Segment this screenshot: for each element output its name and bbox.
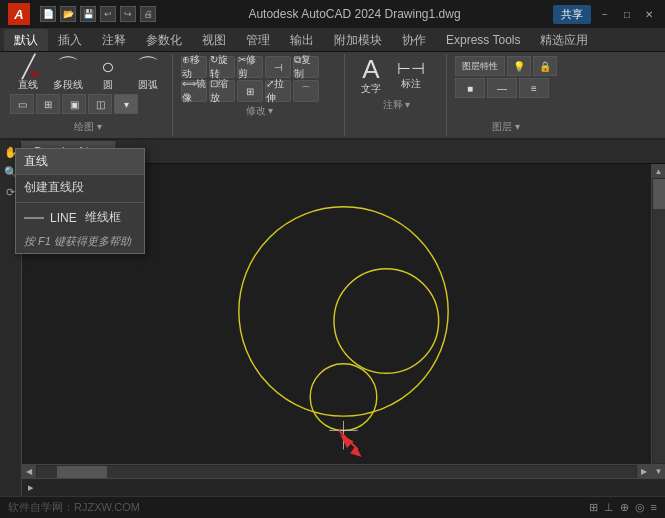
minimize-button[interactable]: − bbox=[597, 6, 613, 22]
app-icon: A bbox=[8, 3, 30, 25]
tab-default[interactable]: 默认 bbox=[4, 29, 48, 51]
layers-group: 图层特性 💡 🔒 ■ — ≡ 图层 ▾ bbox=[449, 54, 563, 136]
redo-btn[interactable]: ↪ bbox=[120, 6, 136, 22]
layer-icon2[interactable]: 🔒 bbox=[533, 56, 557, 76]
command-area[interactable]: ▸ bbox=[22, 478, 665, 496]
trim-tool[interactable]: ✂修剪 bbox=[237, 56, 263, 78]
watermark-text: 软件自学网：RJZXW.COM bbox=[8, 500, 140, 515]
print-btn[interactable]: 🖨 bbox=[140, 6, 156, 22]
modify-tools-grid: ⊕移动 ↻旋转 ✂修剪 ⊣ ⧉复制 ⟺镜像 ⊡缩放 ⊞ ⤢拉伸 ⌒ bbox=[181, 56, 338, 102]
app-title: Autodesk AutoCAD 2024 Drawing1.dwg bbox=[248, 7, 460, 21]
layers-tools: 图层特性 💡 🔒 ■ — ≡ bbox=[455, 56, 557, 112]
region-tool[interactable]: ◫ bbox=[88, 94, 112, 114]
tab-insert[interactable]: 插入 bbox=[48, 29, 92, 51]
status-tools: ⊞ ⊥ ⊕ ◎ ≡ bbox=[589, 501, 657, 514]
horizontal-scrollbar[interactable]: ◀ ▶ bbox=[22, 464, 651, 478]
polyline-tool-btn[interactable]: ⌒ 多段线 bbox=[50, 56, 86, 92]
annotation-group: A 文字 ⊢⊣ 标注 注释 ▾ bbox=[347, 54, 447, 136]
osnap-toggle[interactable]: ◎ bbox=[635, 501, 645, 514]
tooltip-header: 直线 bbox=[16, 149, 144, 175]
tab-output[interactable]: 输出 bbox=[280, 29, 324, 51]
arc-icon: ⌒ bbox=[137, 56, 159, 78]
tooltip-item-line[interactable]: LINE 维线框 bbox=[16, 205, 144, 230]
dimension-tool-btn[interactable]: ⊢⊣ 标注 bbox=[393, 56, 429, 96]
polar-toggle[interactable]: ⊕ bbox=[620, 501, 629, 514]
arc-tool-btn[interactable]: ⌒ 圆弧 bbox=[130, 56, 166, 92]
text-tool-btn[interactable]: A 文字 bbox=[353, 56, 389, 96]
snap-toggle[interactable]: ⊞ bbox=[589, 501, 598, 514]
dimension-label: 标注 bbox=[401, 77, 421, 91]
layer-lineweight[interactable]: ≡ bbox=[519, 78, 549, 98]
annotation-group-label: 注释 ▾ bbox=[353, 98, 440, 112]
layer-color[interactable]: ■ bbox=[455, 78, 485, 98]
copy-tool[interactable]: ⧉复制 bbox=[293, 56, 319, 78]
layers-row2: ■ — ≡ bbox=[455, 78, 557, 98]
tooltip-help: 按 F1 键获得更多帮助 bbox=[16, 230, 144, 253]
tab-parametric[interactable]: 参数化 bbox=[136, 29, 192, 51]
fillet-tool[interactable]: ⌒ bbox=[293, 80, 319, 102]
modify-group-label: 修改 ▾ bbox=[181, 104, 338, 118]
tooltip-popup: 直线 创建直线段 LINE 维线框 按 F1 键获得更多帮助 bbox=[15, 148, 145, 254]
stretch-tool[interactable]: ⤢拉伸 bbox=[265, 80, 291, 102]
tab-manage[interactable]: 管理 bbox=[236, 29, 280, 51]
tooltip-item-create[interactable]: 创建直线段 bbox=[16, 175, 144, 200]
array-tool[interactable]: ⊞ bbox=[237, 80, 263, 102]
tab-view[interactable]: 视图 bbox=[192, 29, 236, 51]
maximize-button[interactable]: □ bbox=[619, 6, 635, 22]
ribbon-tabs: 默认 插入 注释 参数化 视图 管理 输出 附加模块 协作 Express To… bbox=[0, 28, 665, 52]
scroll-right-btn[interactable]: ▶ bbox=[637, 465, 651, 479]
layer-properties-btn[interactable]: 图层特性 bbox=[455, 56, 505, 76]
line-tool-btn[interactable]: ╱ 直线 ↘ bbox=[10, 56, 46, 92]
tooltip-item-line-label2: 维线框 bbox=[85, 209, 121, 226]
open-file-btn[interactable]: 📂 bbox=[60, 6, 76, 22]
cmd-prompt: ▸ bbox=[28, 481, 34, 494]
tooltip-item-line-label: LINE bbox=[50, 211, 77, 225]
layers-group-label: 图层 ▾ bbox=[449, 120, 563, 134]
svg-marker-5 bbox=[337, 431, 354, 448]
scale-tool[interactable]: ⊡缩放 bbox=[209, 80, 235, 102]
gradient-tool[interactable]: ▣ bbox=[62, 94, 86, 114]
tab-featured[interactable]: 精选应用 bbox=[530, 29, 598, 51]
extend-tool[interactable]: ⊣ bbox=[265, 56, 291, 78]
tab-express-tools[interactable]: Express Tools bbox=[436, 29, 530, 51]
layer-linetype[interactable]: — bbox=[487, 78, 517, 98]
layers-row1: 图层特性 💡 🔒 bbox=[455, 56, 557, 76]
tooltip-title: 直线 bbox=[24, 153, 48, 170]
undo-btn[interactable]: ↩ bbox=[100, 6, 116, 22]
hatch-tool[interactable]: ⊞ bbox=[36, 94, 60, 114]
circle-tool-btn[interactable]: ○ 圆 bbox=[90, 56, 126, 92]
layer-icon1[interactable]: 💡 bbox=[507, 56, 531, 76]
tooltip-item-create-label: 创建直线段 bbox=[24, 179, 84, 196]
scroll-left-btn[interactable]: ◀ bbox=[22, 465, 36, 479]
save-file-btn[interactable]: 💾 bbox=[80, 6, 96, 22]
scroll-thumb[interactable] bbox=[653, 179, 665, 209]
tab-annotate[interactable]: 注释 bbox=[92, 29, 136, 51]
ortho-toggle[interactable]: ⊥ bbox=[604, 501, 614, 514]
h-scroll-thumb[interactable] bbox=[57, 466, 107, 478]
circle-label: 圆 bbox=[103, 78, 113, 92]
rotate-tool[interactable]: ↻旋转 bbox=[209, 56, 235, 78]
title-left: A 📄 📂 💾 ↩ ↪ 🖨 bbox=[8, 3, 156, 25]
lineweight-toggle[interactable]: ≡ bbox=[651, 501, 657, 514]
scroll-down-btn[interactable]: ▼ bbox=[652, 464, 666, 478]
arc-label: 圆弧 bbox=[138, 78, 158, 92]
vertical-scrollbar[interactable]: ▲ ▼ bbox=[651, 164, 665, 478]
scroll-up-btn[interactable]: ▲ bbox=[652, 164, 666, 178]
line-label: 直线 bbox=[18, 78, 38, 92]
h-scroll-track[interactable] bbox=[37, 466, 636, 478]
share-button[interactable]: 共享 bbox=[553, 5, 591, 24]
close-button[interactable]: ✕ bbox=[641, 6, 657, 22]
text-icon: A bbox=[362, 56, 379, 82]
move-tool[interactable]: ⊕移动 bbox=[181, 56, 207, 78]
more-draw-btn[interactable]: ▾ bbox=[114, 94, 138, 114]
new-file-btn[interactable]: 📄 bbox=[40, 6, 56, 22]
tab-addons[interactable]: 附加模块 bbox=[324, 29, 392, 51]
svg-point-0 bbox=[239, 207, 448, 416]
status-bar: 软件自学网：RJZXW.COM ⊞ ⊥ ⊕ ◎ ≡ bbox=[0, 496, 665, 518]
rect-tool[interactable]: ▭ bbox=[10, 94, 34, 114]
svg-point-1 bbox=[334, 269, 439, 374]
scroll-track[interactable] bbox=[653, 179, 665, 463]
tab-collaborate[interactable]: 协作 bbox=[392, 29, 436, 51]
mirror-tool[interactable]: ⟺镜像 bbox=[181, 80, 207, 102]
annotation-tools: A 文字 ⊢⊣ 标注 bbox=[353, 56, 440, 96]
